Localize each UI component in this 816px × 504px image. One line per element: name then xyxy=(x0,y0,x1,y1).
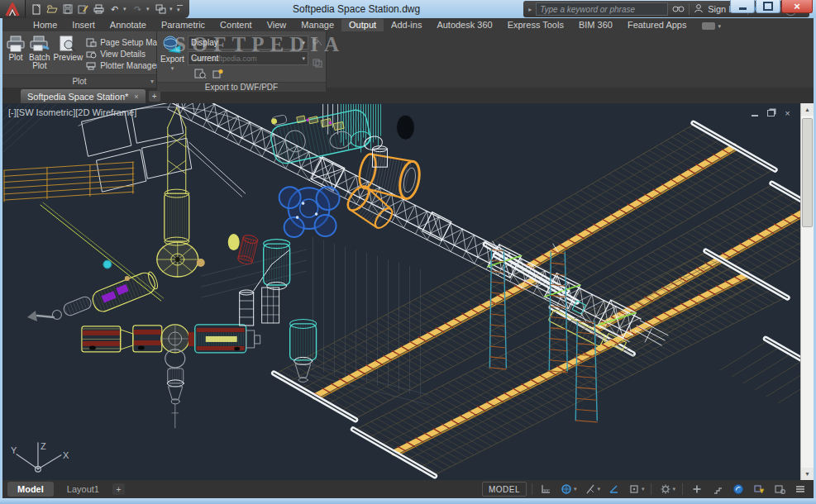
minimize-button[interactable] xyxy=(730,0,755,13)
tab-express-tools[interactable]: Express Tools xyxy=(500,19,571,31)
window-title: Softpedia Space Station.dwg xyxy=(189,3,523,15)
ucs-icon[interactable]: Z Y X xyxy=(11,441,69,472)
crane-boom xyxy=(41,202,164,301)
module-cyan-barrel-b xyxy=(290,319,317,382)
snap-mode-icon[interactable] xyxy=(558,482,575,497)
isometric-drafting-icon[interactable] xyxy=(605,482,623,497)
model-space-canvas[interactable]: [-][SW Isometric][2D Wireframe] × xyxy=(2,103,800,480)
workspace-caret-icon[interactable]: ▾ xyxy=(672,486,675,492)
file-tab-bar: Softpedia Space Station* × + xyxy=(2,88,814,103)
preview-icon xyxy=(58,35,78,53)
object-snap-icon[interactable] xyxy=(626,482,643,497)
module-blue-cluster xyxy=(279,187,340,237)
grid-display-icon[interactable] xyxy=(537,482,555,497)
tab-output[interactable]: Output xyxy=(341,19,384,31)
customization-menu-icon[interactable] xyxy=(791,482,809,497)
save-icon[interactable] xyxy=(60,2,74,16)
combo-caret-icon: ▾ xyxy=(302,40,305,46)
application-menu-button[interactable] xyxy=(0,0,26,18)
graphics-performance-icon[interactable] xyxy=(729,482,747,497)
separator xyxy=(682,483,683,495)
search-input[interactable] xyxy=(536,2,668,16)
module-row-russian xyxy=(82,325,260,353)
ucs-x-label: X xyxy=(63,450,69,460)
drawing-area: [-][SW Isometric][2D Wireframe] × xyxy=(2,103,814,480)
polar-caret-icon[interactable]: ▾ xyxy=(597,486,600,492)
sheet-set-manager-icon[interactable] xyxy=(154,2,168,16)
module-yellow-blob xyxy=(228,234,240,250)
tab-annotate[interactable]: Annotate xyxy=(103,19,154,31)
autocad-logo-icon xyxy=(4,2,21,17)
preview-button[interactable]: Preview xyxy=(54,33,84,74)
separator xyxy=(689,3,690,15)
plot-icon[interactable] xyxy=(92,2,106,16)
layout1-tab[interactable]: Layout1 xyxy=(57,482,109,497)
maximize-button[interactable] xyxy=(756,0,780,13)
scroll-down-icon[interactable]: ▼ xyxy=(801,468,814,480)
export-panel-footer: Export to DWF/PDF xyxy=(157,82,326,92)
snap-caret-icon[interactable]: ▾ xyxy=(574,486,577,492)
ribbon-display-toggle[interactable]: ▾ xyxy=(702,22,721,31)
tab-parametric[interactable]: Parametric xyxy=(154,19,212,31)
save-as-icon[interactable] xyxy=(76,2,90,16)
clean-screen-icon[interactable] xyxy=(771,482,788,497)
tab-autodesk-360[interactable]: Autodesk 360 xyxy=(429,19,499,31)
model-space-button[interactable]: MODEL xyxy=(482,482,527,497)
tab-bim-360[interactable]: BIM 360 xyxy=(571,19,620,31)
module-yellow-tower xyxy=(165,103,189,245)
search-history-arrow-icon[interactable]: ▸ xyxy=(528,6,532,13)
export-what-combo[interactable]: Display▾ xyxy=(188,36,308,50)
panel-expand-icon[interactable]: ▾ xyxy=(150,78,154,85)
open-file-icon[interactable] xyxy=(45,2,59,16)
interface-lock-icon[interactable] xyxy=(709,482,726,497)
batch-plot-button[interactable]: Batch Plot xyxy=(29,33,50,74)
tab-featured-apps[interactable]: Featured Apps xyxy=(620,19,694,31)
tab-content[interactable]: Content xyxy=(212,19,260,31)
undo-icon[interactable]: ↶ xyxy=(107,2,122,16)
sign-in-user-icon[interactable] xyxy=(694,2,704,17)
redo-caret-icon[interactable]: ▾ xyxy=(146,6,152,12)
new-file-icon[interactable] xyxy=(29,2,43,16)
viewport-restore-icon[interactable] xyxy=(766,108,775,117)
new-layout-button[interactable]: + xyxy=(112,483,125,495)
export-button[interactable]: Export ▾ xyxy=(160,33,184,82)
preview-dwf-icon[interactable] xyxy=(194,67,207,82)
object-snap-caret-icon[interactable]: ▾ xyxy=(642,486,645,492)
search-binoculars-icon[interactable] xyxy=(672,2,685,17)
undo-caret-icon[interactable]: ▾ xyxy=(123,6,129,12)
plot-button[interactable]: Plot xyxy=(6,33,26,74)
model-tab[interactable]: Model xyxy=(7,482,54,497)
plotter-manager-icon xyxy=(86,61,97,70)
tab-home[interactable]: Home xyxy=(26,19,64,31)
ribbon-tab-bar: Home Insert Annotate Parametric Content … xyxy=(2,18,814,31)
tab-add-ins[interactable]: Add-ins xyxy=(384,19,429,31)
window-controls: × xyxy=(730,0,813,13)
vertical-scrollbar[interactable]: ▲ ▼ xyxy=(800,103,814,480)
scroll-up-icon[interactable]: ▲ xyxy=(801,103,814,116)
page-setup-combo[interactable]: Current▾ xyxy=(188,51,308,65)
polar-tracking-icon[interactable] xyxy=(581,482,599,497)
module-orange-cylinder-a xyxy=(356,151,422,201)
viewport-close-icon[interactable]: × xyxy=(783,108,792,117)
separator xyxy=(532,483,532,495)
viewport-view-label[interactable]: [SW Isometric] xyxy=(17,107,76,117)
annotation-scale-icon[interactable] xyxy=(688,482,705,497)
viewport-minimize-icon[interactable] xyxy=(750,108,759,117)
tab-insert[interactable]: Insert xyxy=(64,19,103,31)
file-tab-active[interactable]: Softpedia Space Station* × xyxy=(21,89,146,103)
sheet-set-caret-icon[interactable]: ▾ xyxy=(169,6,175,12)
close-button[interactable]: × xyxy=(781,0,813,13)
status-bar: Model Layout1 + MODEL ▾ ▾ ▾ ▾ xyxy=(2,480,814,498)
workspace-settings-icon[interactable] xyxy=(656,482,674,497)
new-drawing-tab-button[interactable]: + xyxy=(149,91,160,102)
viewport-visual-style-label[interactable]: [2D Wireframe] xyxy=(75,107,136,117)
isolate-objects-icon[interactable] xyxy=(750,482,767,497)
plot-panel-footer[interactable]: Plot ▾ xyxy=(2,74,156,88)
tab-view[interactable]: View xyxy=(260,19,294,31)
export-settings-icon[interactable] xyxy=(212,67,224,82)
tab-manage[interactable]: Manage xyxy=(293,19,341,31)
viewport-controls-label[interactable]: [-] xyxy=(8,107,17,117)
customize-quick-access-icon[interactable]: ▾ xyxy=(177,5,183,13)
file-tab-close-icon[interactable]: × xyxy=(134,93,138,101)
scrollbar-thumb[interactable] xyxy=(802,118,813,227)
